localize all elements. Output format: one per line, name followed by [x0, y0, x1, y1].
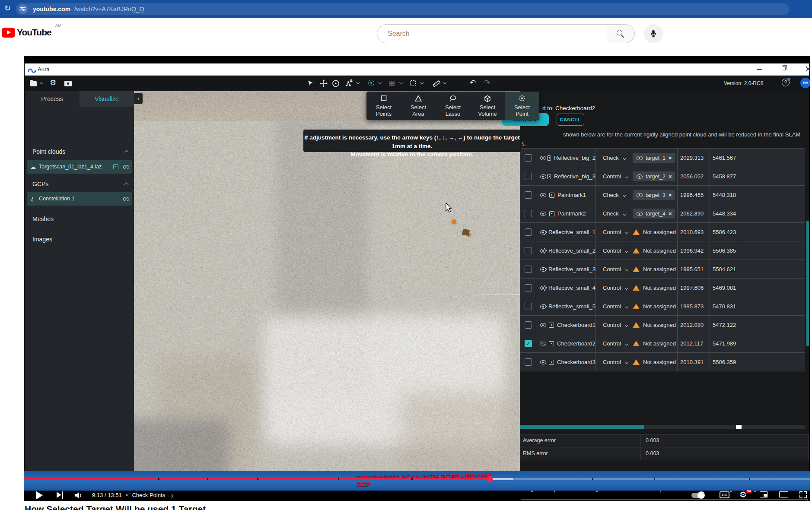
visibility-eye-icon[interactable]	[123, 164, 129, 169]
meshes-header[interactable]: Meshes	[32, 215, 54, 222]
box-select-icon[interactable]	[410, 80, 416, 86]
type-dropdown[interactable]: Control	[596, 334, 629, 353]
orbit-rotate-icon[interactable]	[332, 79, 340, 87]
focus-icon[interactable]	[549, 323, 554, 328]
table-row[interactable]: Paintmark1 Check target_3 ×	[520, 186, 805, 204]
collapse-chevron-icon[interactable]	[124, 183, 129, 187]
visibility-eye-icon[interactable]	[540, 360, 546, 365]
focus-icon[interactable]	[544, 285, 545, 291]
visibility-eye-icon[interactable]	[123, 196, 129, 201]
type-dropdown[interactable]: Control	[596, 223, 629, 241]
table-row[interactable]: Reflective_big_3 Control target_2 ×	[520, 167, 805, 186]
collapse-chevron-icon[interactable]	[124, 150, 129, 155]
type-dropdown[interactable]: Control	[596, 167, 629, 186]
chevron-down-icon[interactable]	[40, 81, 43, 84]
visibility-eye-icon[interactable]	[540, 341, 546, 346]
focus-icon[interactable]	[549, 360, 554, 365]
youtube-logo-icon[interactable]	[2, 28, 15, 38]
table-row[interactable]: Reflective_small_1 Control Not assigned …	[520, 223, 805, 241]
video-title[interactable]: How Selected Target Will be used 1 Targe…	[25, 504, 457, 510]
focus-icon[interactable]	[544, 304, 545, 309]
fullscreen-button[interactable]	[799, 491, 807, 498]
visibility-eye-icon[interactable]	[540, 211, 546, 216]
search-button[interactable]	[607, 24, 635, 43]
tab-visualize[interactable]: Visualize	[80, 91, 134, 107]
autoplay-toggle[interactable]	[691, 493, 704, 498]
visibility-eye-icon[interactable]	[540, 193, 546, 198]
grid-view-icon[interactable]: ▦	[388, 79, 395, 86]
gcps-header[interactable]: GCPs	[32, 181, 48, 187]
type-dropdown[interactable]: Check	[596, 149, 629, 167]
table-row[interactable]: Reflective_small_3 Control Not assigned …	[520, 260, 805, 279]
assigned-target-chip[interactable]: target_4 ×	[633, 209, 675, 219]
chevron-down-icon[interactable]	[356, 81, 360, 84]
scrollbar-thumb[interactable]	[520, 425, 644, 429]
cancel-button[interactable]: CANCEL	[557, 114, 584, 126]
type-dropdown[interactable]: Control	[596, 260, 629, 279]
table-row[interactable]: Checkerboard2 Control Not assigned 2012.…	[520, 334, 805, 353]
visibility-eye-icon[interactable]	[540, 155, 544, 161]
row-checkbox[interactable]	[525, 358, 532, 366]
progress-bar[interactable]	[24, 478, 810, 480]
restore-icon[interactable]	[782, 67, 786, 70]
tool-select-lasso[interactable]: SelectLasso	[436, 92, 470, 120]
row-checkbox[interactable]	[525, 266, 532, 273]
screenshot-button[interactable]	[64, 80, 72, 88]
visibility-eye-icon[interactable]	[540, 323, 546, 328]
sidebar-item-pointcloud[interactable]: ☁ Targetscan_01_laz1_4.laz	[27, 160, 132, 174]
row-checkbox[interactable]	[525, 284, 532, 291]
visibility-eye-icon[interactable]	[540, 285, 541, 291]
measure-ruler-icon[interactable]	[432, 79, 441, 88]
tool-select-volume[interactable]: SelectVolume	[470, 92, 505, 120]
focus-icon[interactable]	[549, 193, 554, 198]
captions-button[interactable]: CC	[720, 491, 729, 498]
search-input[interactable]	[388, 29, 595, 39]
address-bar[interactable]: youtube.com /watch?v=A7KaBJRnQ_Q	[16, 3, 789, 15]
next-button[interactable]	[57, 491, 64, 499]
row-checkbox[interactable]	[525, 321, 532, 329]
play-button[interactable]	[36, 491, 43, 500]
theater-mode-button[interactable]	[779, 491, 788, 497]
table-vertical-scrollbar[interactable]	[806, 221, 809, 346]
row-checkbox[interactable]	[525, 173, 532, 180]
redo-icon[interactable]: ↷	[484, 78, 490, 87]
user-avatar[interactable]: HH	[800, 78, 810, 88]
close-icon[interactable]	[805, 66, 810, 72]
table-row[interactable]: Paintmark2 Check target_4 ×	[520, 204, 805, 223]
assigned-target-chip[interactable]: target_2 ×	[633, 171, 675, 181]
chevron-down-icon[interactable]	[379, 81, 382, 84]
table-row[interactable]: Reflective_small_2 Control Not assigned …	[520, 241, 805, 260]
chevron-down-icon[interactable]	[420, 81, 424, 84]
table-row[interactable]: Reflective_big_2 Check target_1 ×	[520, 149, 805, 167]
tab-process[interactable]: Process	[25, 91, 80, 107]
remove-target-icon[interactable]: ×	[669, 210, 672, 217]
focus-icon[interactable]	[549, 341, 554, 346]
visibility-eye-icon[interactable]	[540, 174, 544, 179]
remove-target-icon[interactable]: ×	[669, 173, 672, 180]
chapter-title[interactable]: Check Points	[132, 492, 165, 498]
reload-icon[interactable]: ↻	[4, 3, 11, 13]
type-dropdown[interactable]: Control	[596, 353, 629, 371]
tool-select-points[interactable]: SelectPoints	[366, 92, 401, 120]
remove-target-icon[interactable]: ×	[669, 192, 672, 198]
sidebar-collapse-button[interactable]: ‹	[134, 93, 143, 104]
row-checkbox[interactable]	[525, 228, 532, 236]
point-clouds-header[interactable]: Point clouds	[32, 148, 65, 155]
site-permissions-chip[interactable]	[18, 4, 28, 14]
table-row[interactable]: Checkerboard1 Control Not assigned 2012.…	[520, 316, 805, 334]
focus-icon[interactable]	[544, 230, 545, 235]
pan-move-icon[interactable]	[320, 79, 328, 87]
focus-icon[interactable]	[544, 267, 545, 272]
youtube-logo-text[interactable]: YouTube	[17, 27, 51, 38]
focus-icon[interactable]	[547, 174, 551, 179]
scrollbar-handle[interactable]	[736, 425, 742, 429]
visibility-eye-icon[interactable]	[540, 230, 541, 235]
visibility-eye-icon[interactable]	[540, 267, 541, 272]
tool-select-area[interactable]: SelectArea	[401, 92, 436, 120]
settings-gear-icon[interactable]: ⚙	[50, 79, 56, 86]
table-horizontal-scrollbar[interactable]	[520, 425, 805, 429]
progress-scrubber[interactable]	[487, 476, 493, 482]
type-dropdown[interactable]: Control	[596, 279, 629, 297]
minimize-icon[interactable]	[757, 69, 762, 70]
undo-icon[interactable]: ↶	[470, 78, 476, 87]
